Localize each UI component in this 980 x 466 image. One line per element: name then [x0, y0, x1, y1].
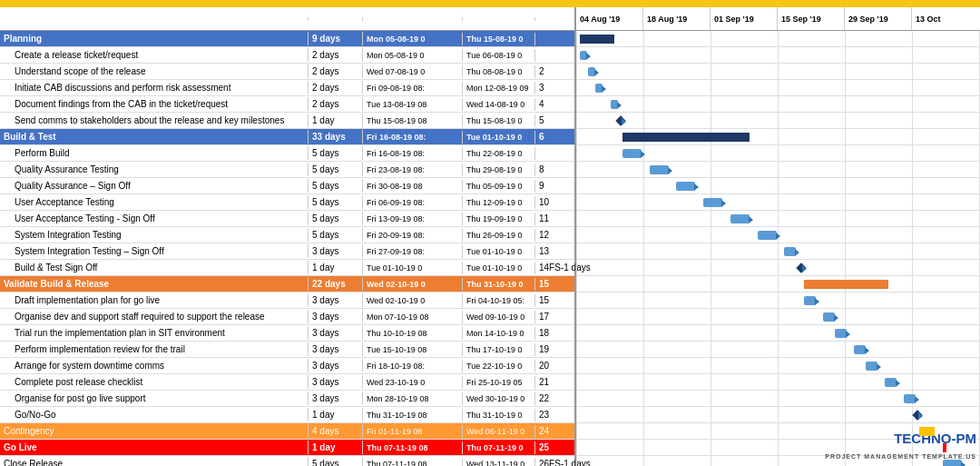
gantt-arrow: [918, 412, 923, 420]
table-row: Perform Build5 daysFri 16-08-19 08:Thu 2…: [0, 145, 574, 162]
task-duration: 1 day: [309, 408, 363, 421]
task-finish: Wed 13-11-19 0: [463, 458, 535, 467]
gantt-row: [576, 194, 980, 211]
task-name: Perform Build: [0, 146, 309, 160]
gantt-arrow: [896, 380, 900, 387]
gantt-week-label: 18 Aug '19: [643, 7, 710, 30]
task-finish: Thu 07-11-19 0: [463, 441, 535, 454]
gantt-arrow: [877, 363, 881, 371]
task-finish: Fri 25-10-19 05: [463, 376, 535, 389]
task-start: Fri 09-08-19 08:: [363, 82, 463, 94]
gantt-arrow: [834, 314, 838, 322]
gantt-row: [576, 358, 980, 374]
table-row: System Integration Testing – Sign Off3 d…: [0, 243, 574, 260]
task-finish: Tue 01-10-19 0: [463, 245, 535, 258]
task-name: Perform implementation review for the tr…: [0, 342, 309, 356]
gantt-week-label: 15 Sep '19: [778, 7, 845, 30]
task-finish: Thu 05-09-19 0: [463, 180, 535, 193]
table-row: Close Release5 daysThu 07-11-19 08Wed 13…: [0, 456, 574, 466]
table-row: User Acceptance Testing - Sign Off5 days…: [0, 211, 574, 227]
gantt-row: [576, 276, 980, 292]
table-row: Organise dev and support staff required …: [0, 309, 574, 325]
task-start: Tue 15-10-19 08: [363, 343, 463, 356]
task-finish: Thu 12-09-19 0: [463, 196, 535, 209]
table-row: Understand scope of the release2 daysWed…: [0, 64, 574, 80]
gantt-row: [576, 309, 980, 325]
task-start: Fri 20-09-19 08:: [363, 229, 463, 242]
task-start: Thu 10-10-19 08: [363, 327, 463, 340]
gantt-bar: [943, 460, 962, 466]
gantt-arrow: [915, 396, 919, 403]
task-finish: Wed 30-10-19 0: [463, 392, 535, 405]
task-duration: 5 days: [309, 146, 363, 160]
gantt-arrow: [622, 118, 626, 125]
task-name: Organise for post go live support: [0, 392, 309, 405]
table-row: Document findings from the CAB in the ti…: [0, 96, 574, 113]
task-duration: 5 days: [309, 228, 363, 242]
task-finish: Mon 12-08-19 09: [463, 82, 535, 94]
task-finish: Mon 14-10-19 0: [463, 327, 535, 340]
task-finish: Tue 06-08-19 0: [463, 49, 535, 62]
table-body: Planning9 daysMon 05-08-19 0Thu 15-08-19…: [0, 31, 574, 466]
task-start: Fri 13-09-19 08:: [363, 213, 463, 225]
gantt-row: [576, 407, 980, 423]
task-duration: 9 days: [309, 32, 363, 45]
task-name: Trial run the implementation plan in SIT…: [0, 326, 309, 340]
gantt-row: [576, 243, 980, 260]
task-start: Fri 16-08-19 08:: [363, 147, 463, 160]
table-row: Go/No-Go1 dayThu 31-10-19 08Thu 31-10-19…: [0, 407, 574, 423]
task-duration: 1 day: [309, 114, 363, 127]
task-duration: 3 days: [309, 375, 363, 389]
table-row: Quality Assurance Testing5 daysFri 23-08…: [0, 162, 574, 178]
gantt-week-label: 04 Aug '19: [576, 7, 643, 30]
task-duration: 1 day: [309, 441, 363, 454]
task-start: Fri 23-08-19 08:: [363, 164, 463, 176]
task-name: Planning: [0, 32, 309, 45]
task-name: Complete post release checklist: [0, 375, 309, 389]
gantt-week-label: 29 Sep '19: [845, 7, 912, 30]
table-row: Trial run the implementation plan in SIT…: [0, 325, 574, 342]
task-name: Go/No-Go: [0, 408, 309, 421]
table-row: Planning9 daysMon 05-08-19 0Thu 15-08-19…: [0, 31, 574, 47]
task-duration: 5 days: [309, 195, 363, 209]
task-duration: 3 days: [309, 342, 363, 356]
gantt-row: [576, 260, 980, 276]
table-header: [0, 7, 574, 31]
task-name: Initiate CAB discussions and perform ris…: [0, 81, 309, 94]
task-name: Arrange for system downtime comms: [0, 359, 309, 372]
gantt-arrow: [594, 69, 599, 76]
col-header-duration: [309, 17, 363, 21]
gantt-arrow: [802, 265, 807, 273]
gantt-row: [576, 129, 980, 145]
table-row: Validate Build & Release22 daysWed 02-10…: [0, 276, 574, 292]
gantt-body: [576, 31, 980, 466]
task-start: Fri 30-08-19 08: [363, 180, 463, 193]
task-finish: Thu 22-08-19 0: [463, 147, 535, 160]
task-start: Thu 15-08-19 08: [363, 114, 463, 127]
task-duration: 5 days: [309, 163, 363, 176]
task-duration: 3 days: [309, 359, 363, 372]
task-finish: Wed 09-10-19 0: [463, 311, 535, 323]
task-finish: Tue 01-10-19 0: [463, 262, 535, 274]
gantt-arrow: [641, 151, 645, 158]
task-start: Fri 16-08-19 08:: [363, 131, 463, 144]
task-name: Build & Test Sign Off: [0, 261, 309, 274]
task-start: Mon 05-08-19 0: [363, 33, 463, 45]
gantt-bar: [703, 198, 722, 207]
task-name: Draft implementation plan for go live: [0, 293, 309, 307]
table-row: User Acceptance Testing5 daysFri 06-09-1…: [0, 194, 574, 211]
gantt-arrow: [776, 233, 780, 240]
gantt-arrow: [617, 102, 622, 109]
task-finish: Thu 08-08-19 0: [463, 65, 535, 78]
task-start: Fri 18-10-19 08:: [363, 360, 463, 372]
table-row: Contingency4 daysFri 01-11-19 08Wed 06-1…: [0, 423, 574, 440]
gantt-row: [576, 325, 980, 342]
gantt-arrow: [961, 461, 965, 466]
gantt-arrow: [815, 298, 819, 305]
task-duration: 5 days: [309, 457, 363, 466]
task-duration: 2 days: [309, 64, 363, 78]
gantt-week-label: 01 Sep '19: [710, 7, 778, 30]
gantt-bar: [650, 165, 669, 174]
task-name: Validate Build & Release: [0, 277, 309, 291]
gantt-week-label: 13 Oct: [912, 7, 980, 30]
